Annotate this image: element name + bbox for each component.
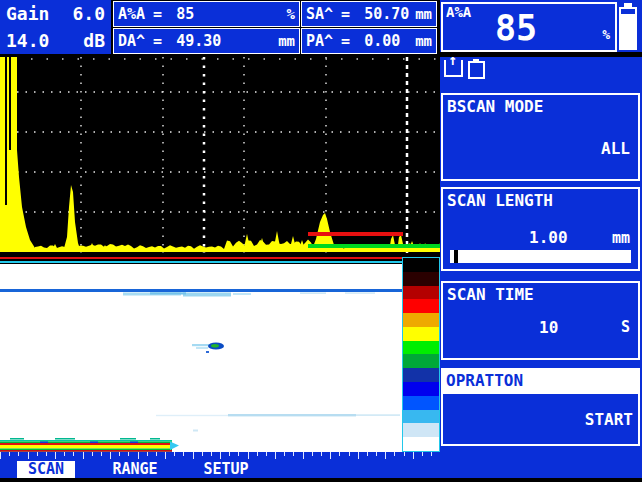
- color-scale-band: [403, 341, 439, 355]
- color-scale-band: [403, 313, 439, 327]
- measurement-value: 49.30: [176, 32, 221, 50]
- section-unit: S: [621, 318, 630, 336]
- color-scale-band: [403, 299, 439, 313]
- measurement-value: 50.70: [364, 5, 409, 23]
- operation-title-bar: OPRATTON: [443, 370, 638, 394]
- gain-display: Gain 6.0 14.0 dB: [0, 0, 111, 54]
- color-scale-bar: [402, 257, 440, 452]
- color-scale-band: [403, 354, 439, 368]
- measurement-name: SA^: [306, 5, 333, 23]
- menu-tab-scan[interactable]: SCAN: [17, 461, 75, 478]
- measurement-name: PA^: [306, 32, 333, 50]
- bscan-display: [0, 264, 402, 452]
- color-scale-band: [403, 396, 439, 410]
- gain-step-value: 6.0: [72, 1, 105, 27]
- measurement-value: 0.00: [364, 32, 400, 50]
- measurement-unit: %: [287, 6, 295, 22]
- box-icon: [468, 61, 485, 79]
- measurement-box-sound-path: SA^ = 50.70 mm: [301, 1, 437, 27]
- bottom-menu-bar: SCAN RANGE SETUP: [0, 452, 642, 478]
- gain-unit: dB: [83, 28, 105, 54]
- measurement-unit: mm: [415, 6, 432, 22]
- measurement-box-amplitude: A%A = 85 %: [113, 1, 300, 27]
- equals-sign: =: [341, 32, 350, 50]
- equals-sign: =: [341, 5, 350, 23]
- section-title: SCAN LENGTH: [447, 191, 553, 210]
- gain-label: Gain: [6, 1, 49, 27]
- measurement-unit: mm: [415, 33, 432, 49]
- ascan-bscan-separator-red: [0, 257, 403, 259]
- section-value: 10: [539, 318, 558, 337]
- ascan-bscan-separator-cyan: [0, 261, 403, 263]
- measurement-box-projection: PA^ = 0.00 mm: [301, 28, 437, 54]
- section-value: START: [585, 410, 633, 429]
- section-value: 1.00: [529, 228, 568, 247]
- battery-icon: [619, 3, 637, 50]
- section-title: BSCAN MODE: [447, 97, 543, 116]
- color-scale-band: [403, 423, 439, 437]
- scan-length-progress-bar: [450, 250, 631, 263]
- menu-section-scan-length[interactable]: SCAN LENGTH 1.00 mm: [441, 187, 640, 271]
- measurement-unit: mm: [278, 33, 295, 49]
- device-screen: Gain 6.0 14.0 dB A%A = 85 % DA^ = 49.30 …: [0, 0, 642, 482]
- sidebar: A%A 85 % ↑ BSCAN MODE ALL SCAN LENGTH 1.…: [440, 0, 642, 452]
- color-scale-band: [403, 410, 439, 424]
- measurement-box-depth: DA^ = 49.30 mm: [113, 28, 300, 54]
- section-unit: mm: [612, 229, 630, 247]
- color-scale-band: [403, 272, 439, 286]
- menu-section-bscan-mode[interactable]: BSCAN MODE ALL: [441, 93, 640, 181]
- color-scale-band: [403, 368, 439, 382]
- recall-icon: ↑: [444, 60, 463, 77]
- color-scale-band: [403, 437, 439, 451]
- section-value: ALL: [601, 139, 630, 158]
- amplitude-readout-box: A%A 85 %: [441, 2, 617, 52]
- color-scale-band: [403, 258, 439, 272]
- color-scale-band: [403, 286, 439, 300]
- ascan-display: [0, 57, 440, 253]
- readout-value: 85: [443, 9, 589, 47]
- equals-sign: =: [153, 32, 162, 50]
- sidebar-divider: [440, 52, 642, 57]
- battery-body: [619, 7, 637, 50]
- measurement-value: 85: [176, 5, 194, 23]
- equals-sign: =: [153, 5, 162, 23]
- measurement-name: A%A: [118, 5, 145, 23]
- measurement-name: DA^: [118, 32, 145, 50]
- readout-unit: %: [602, 27, 610, 42]
- menu-tab-range[interactable]: RANGE: [103, 461, 167, 478]
- menu-section-operation[interactable]: OPRATTON START: [441, 368, 640, 446]
- section-title: SCAN TIME: [447, 285, 534, 304]
- menu-section-scan-time[interactable]: SCAN TIME 10 S: [441, 281, 640, 360]
- gain-value: 14.0: [6, 28, 49, 54]
- section-title: OPRATTON: [446, 371, 523, 390]
- menu-tab-setup[interactable]: SETUP: [194, 461, 258, 478]
- color-scale-band: [403, 382, 439, 396]
- color-scale-band: [403, 327, 439, 341]
